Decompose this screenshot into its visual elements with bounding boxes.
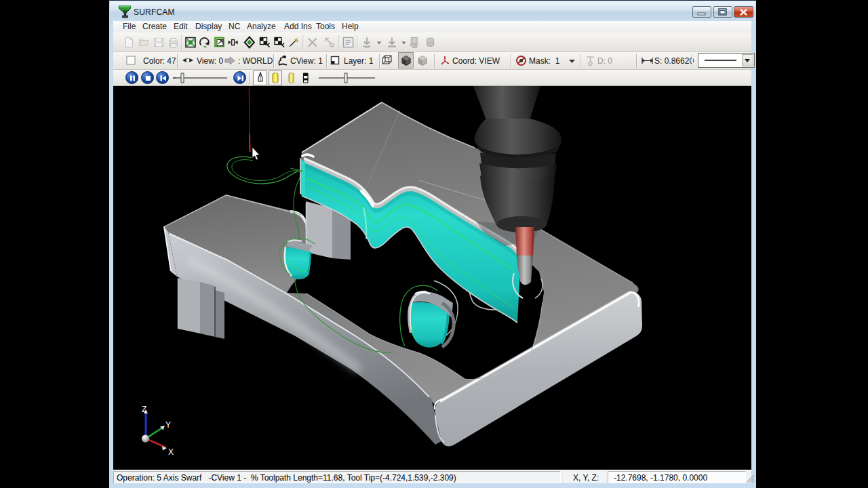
svg-text:Y: Y <box>165 420 171 430</box>
svg-text:Z: Z <box>142 405 146 414</box>
svg-text:X: X <box>168 447 174 457</box>
